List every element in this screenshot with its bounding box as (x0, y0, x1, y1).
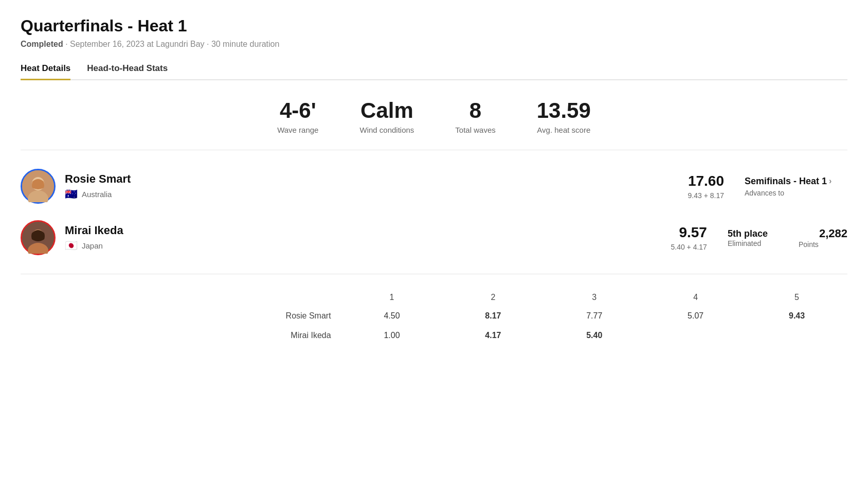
wave-col-4-header: 4 (645, 289, 746, 306)
separator2: · (207, 40, 211, 48)
table-row-mirai: Mirai Ikeda 1.00 4.17 5.40 (21, 326, 847, 345)
wind-value: Calm (359, 99, 414, 122)
result-points-mirai: 2,282 (819, 227, 847, 240)
wind-label: Wind conditions (359, 126, 414, 134)
avatar-mirai (21, 220, 56, 255)
stat-avg-score: 13.59 Avg. heat score (537, 99, 591, 134)
event-duration: 30 minute duration (211, 40, 280, 48)
table-athlete-name-mirai: Mirai Ikeda (21, 326, 341, 345)
wave-table-header-row: 1 2 3 4 5 (21, 289, 847, 306)
result-place-col: 5th place Eliminated (728, 228, 768, 247)
athlete-row-rosie: Rosie Smart 🇦🇺 Australia 17.60 9.43 + 8.… (21, 161, 847, 212)
stats-row: 4-6' Wave range Calm Wind conditions 8 T… (21, 80, 847, 150)
chevron-icon: › (829, 176, 831, 186)
result-link-rosie[interactable]: Semifinals - Heat 1 › (745, 176, 847, 187)
athlete-result-mirai: 5th place Eliminated 2,282 Points (728, 227, 847, 249)
total-waves-value: 8 (455, 99, 495, 122)
stat-wave-range: 4-6' Wave range (277, 99, 318, 134)
separator: · (65, 40, 70, 48)
table-row-rosie: Rosie Smart 4.50 8.17 7.77 5.07 9.43 (21, 306, 847, 326)
country-mirai: Japan (82, 241, 103, 250)
rosie-wave-1: 4.50 (341, 306, 443, 326)
wave-col-2-header: 2 (442, 289, 544, 306)
wave-table: 1 2 3 4 5 Rosie Smart 4.50 8.17 7.77 5.0… (21, 289, 847, 345)
mirai-wave-4 (645, 326, 746, 345)
athlete-name-mirai: Mirai Ikeda (65, 224, 671, 237)
wave-table-section: 1 2 3 4 5 Rosie Smart 4.50 8.17 7.77 5.0… (21, 274, 847, 356)
avg-score-value: 13.59 (537, 99, 591, 122)
athlete-info-rosie: Rosie Smart 🇦🇺 Australia (65, 172, 688, 200)
rosie-wave-3: 7.77 (544, 306, 645, 326)
flag-australia: 🇦🇺 (65, 188, 78, 200)
athlete-info-mirai: Mirai Ikeda 🇯🇵 Japan (65, 224, 671, 252)
event-date: September 16, 2023 at Lagundri Bay (70, 40, 205, 48)
mirai-wave-2: 4.17 (442, 326, 544, 345)
tab-heat-details[interactable]: Heat Details (21, 63, 70, 80)
tab-head-to-head[interactable]: Head-to-Head Stats (87, 63, 168, 80)
page-title: Quarterfinals - Heat 1 (21, 16, 847, 36)
wave-range-label: Wave range (277, 126, 318, 134)
mirai-wave-3: 5.40 (544, 326, 645, 345)
athlete-country-mirai: 🇯🇵 Japan (65, 239, 671, 252)
mirai-wave-5 (746, 326, 847, 345)
result-sublabel-mirai: Eliminated (728, 239, 768, 247)
wave-col-1-header: 1 (341, 289, 443, 306)
total-score-mirai: 9.57 (671, 224, 707, 241)
stat-wind-conditions: Calm Wind conditions (359, 99, 414, 134)
athletes-section: Rosie Smart 🇦🇺 Australia 17.60 9.43 + 8.… (21, 150, 847, 274)
result-points-label-mirai: Points (799, 240, 847, 249)
score-breakdown-rosie: 9.43 + 8.17 (688, 191, 724, 200)
rosie-wave-5: 9.43 (746, 306, 847, 326)
total-waves-label: Total waves (455, 126, 495, 134)
result-place-mirai: 5th place (728, 228, 768, 239)
rosie-wave-4: 5.07 (645, 306, 746, 326)
result-points-col: 2,282 Points (799, 227, 847, 249)
wave-col-3-header: 3 (544, 289, 645, 306)
stat-total-waves: 8 Total waves (455, 99, 495, 134)
athlete-country-rosie: 🇦🇺 Australia (65, 188, 688, 200)
score-breakdown-mirai: 5.40 + 4.17 (671, 243, 707, 251)
avg-score-label: Avg. heat score (537, 126, 591, 134)
rosie-wave-2: 8.17 (442, 306, 544, 326)
result-link-text-rosie: Semifinals - Heat 1 (745, 176, 827, 187)
status-label: Completed (21, 40, 63, 48)
athlete-scores-rosie: 17.60 9.43 + 8.17 (688, 173, 724, 200)
wave-table-empty-header (21, 289, 341, 306)
flag-japan: 🇯🇵 (65, 239, 78, 252)
athlete-result-rosie: Semifinals - Heat 1 › Advances to (745, 176, 847, 197)
tab-bar: Heat Details Head-to-Head Stats (21, 63, 847, 80)
country-rosie: Australia (82, 190, 112, 199)
wave-range-value: 4-6' (277, 99, 318, 122)
avatar-rosie (21, 169, 56, 204)
result-sublabel-rosie: Advances to (745, 189, 847, 197)
table-athlete-name-rosie: Rosie Smart (21, 306, 341, 326)
subtitle: Completed · September 16, 2023 at Lagund… (21, 40, 847, 49)
athlete-scores-mirai: 9.57 5.40 + 4.17 (671, 224, 707, 251)
total-score-rosie: 17.60 (688, 173, 724, 189)
mirai-wave-1: 1.00 (341, 326, 443, 345)
wave-col-5-header: 5 (746, 289, 847, 306)
athlete-name-rosie: Rosie Smart (65, 172, 688, 186)
athlete-row-mirai: Mirai Ikeda 🇯🇵 Japan 9.57 5.40 + 4.17 5t… (21, 212, 847, 263)
